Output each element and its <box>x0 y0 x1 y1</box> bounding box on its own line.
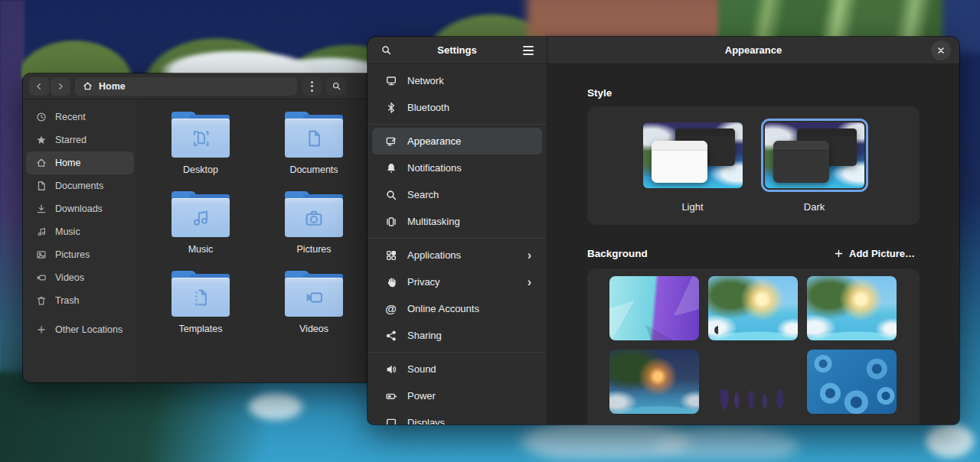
folder-templates[interactable]: Templates <box>144 271 257 350</box>
settings-item-label: Multitasking <box>407 216 460 227</box>
display-icon <box>384 417 397 425</box>
wallpaper-thumb-winter-dusk[interactable] <box>708 350 798 414</box>
settings-item-sound[interactable]: Sound <box>372 356 542 382</box>
settings-item-privacy[interactable]: Privacy › <box>372 268 542 295</box>
style-option-light[interactable]: Light <box>639 119 746 213</box>
hamburger-menu-icon <box>523 46 534 55</box>
settings-item-sharing[interactable]: Sharing <box>372 322 542 349</box>
at-symbol-icon: @ <box>384 302 397 315</box>
chevron-left-icon <box>34 82 44 91</box>
settings-item-label: Applications <box>407 249 461 261</box>
files-search-button[interactable] <box>326 77 346 96</box>
settings-item-search[interactable]: Search <box>372 181 542 208</box>
bell-icon <box>384 162 397 174</box>
settings-sidebar: Settings Network Bluetooth Appearance <box>368 37 547 425</box>
home-icon <box>83 81 93 91</box>
sidebar-item-label: Downloads <box>55 203 103 214</box>
wallpaper-thumb-blue-knots[interactable] <box>807 350 897 414</box>
wallpaper-thumb-geometric-blobs[interactable] <box>609 276 699 340</box>
settings-item-displays[interactable]: Displays <box>372 409 542 425</box>
document-icon <box>35 181 47 191</box>
back-button[interactable] <box>29 77 49 96</box>
background-card <box>587 268 920 425</box>
sidebar-item-trash[interactable]: Trash <box>26 289 134 312</box>
chevron-right-icon <box>56 82 65 91</box>
sidebar-item-other-locations[interactable]: Other Locations <box>26 318 134 341</box>
settings-window: Settings Network Bluetooth Appearance <box>368 37 959 425</box>
separator <box>368 238 547 239</box>
add-picture-label: Add Picture… <box>849 248 915 259</box>
sidebar-item-documents[interactable]: Documents <box>26 174 134 197</box>
home-icon <box>35 158 47 168</box>
settings-item-label: Network <box>407 75 444 86</box>
sidebar-item-label: Recent <box>55 112 86 122</box>
chevron-right-icon: › <box>528 276 531 288</box>
sidebar-item-home[interactable]: Home <box>26 151 134 174</box>
share-icon <box>384 330 397 342</box>
wallpaper-thumb-landscape-day[interactable] <box>807 276 897 340</box>
settings-menu-button[interactable] <box>518 41 539 60</box>
settings-item-bluetooth[interactable]: Bluetooth <box>372 94 542 121</box>
day-night-badge-icon <box>714 325 724 335</box>
folder-videos[interactable]: Videos <box>257 271 371 350</box>
settings-item-network[interactable]: Network <box>372 67 542 94</box>
folder-icon <box>285 191 343 237</box>
appearance-panel: Appearance Style <box>547 37 959 425</box>
settings-item-power[interactable]: Power <box>372 382 542 409</box>
settings-title: Settings <box>397 44 518 56</box>
settings-item-appearance[interactable]: Appearance <box>372 128 542 155</box>
plus-icon <box>35 324 47 335</box>
path-bar[interactable]: Home <box>75 77 297 96</box>
folder-label: Documents <box>289 164 338 175</box>
sidebar-item-label: Home <box>55 158 80 168</box>
folder-pictures[interactable]: Pictures <box>257 191 371 271</box>
wallpaper-dark-shore <box>0 372 263 462</box>
menu-button[interactable] <box>302 77 322 96</box>
music-glyph-icon <box>189 207 212 229</box>
style-option-label: Dark <box>804 201 825 213</box>
sidebar-item-label: Trash <box>55 295 80 306</box>
sidebar-item-downloads[interactable]: Downloads <box>26 197 134 220</box>
camera-glyph-icon <box>302 207 325 229</box>
settings-item-label: Bluetooth <box>407 102 449 113</box>
settings-item-applications[interactable]: Applications › <box>372 242 542 268</box>
files-sidebar: Recent Starred Home Documents Downloads <box>23 99 138 382</box>
folder-desktop[interactable]: Desktop <box>144 112 257 191</box>
background-heading: Background <box>587 248 648 259</box>
close-icon <box>936 46 946 55</box>
folder-label: Templates <box>179 324 223 334</box>
sidebar-item-pictures[interactable]: Pictures <box>26 243 134 266</box>
close-button[interactable] <box>931 41 951 60</box>
sidebar-item-recent[interactable]: Recent <box>26 106 134 129</box>
folder-icon <box>172 271 230 317</box>
settings-item-multitasking[interactable]: Multitasking <box>372 208 542 235</box>
settings-item-online-accounts[interactable]: @ Online Accounts <box>372 295 542 322</box>
settings-item-label: Notifications <box>407 162 462 174</box>
sidebar-item-starred[interactable]: Starred <box>26 129 134 151</box>
download-icon <box>35 203 47 214</box>
add-picture-button[interactable]: Add Picture… <box>829 245 920 262</box>
style-dark-frame-selected <box>761 119 868 192</box>
settings-item-label: Appearance <box>407 135 461 147</box>
folder-label: Desktop <box>183 164 218 175</box>
trash-icon <box>35 295 47 306</box>
folder-label: Pictures <box>296 244 331 255</box>
wallpaper-thumb-landscape-day[interactable] <box>708 276 798 340</box>
folder-documents[interactable]: Documents <box>257 112 371 191</box>
folder-music[interactable]: Music <box>144 191 257 271</box>
settings-item-label: Search <box>407 189 439 200</box>
forward-button[interactable] <box>51 77 70 96</box>
app-grid-icon <box>384 249 397 262</box>
star-icon <box>35 135 47 145</box>
files-content-grid: Desktop Documents <box>138 99 383 382</box>
settings-item-notifications[interactable]: Notifications <box>372 155 542 181</box>
mini-window-front-dark <box>773 141 829 183</box>
sidebar-item-videos[interactable]: Videos <box>26 266 134 289</box>
desktop-glyph-icon <box>189 127 212 150</box>
settings-search-button[interactable] <box>375 41 397 60</box>
style-option-dark[interactable]: Dark <box>761 119 868 213</box>
sidebar-item-music[interactable]: Music <box>26 220 134 243</box>
style-option-label: Light <box>681 201 703 213</box>
mini-window-front-light <box>652 141 707 183</box>
wallpaper-thumb-landscape-night[interactable] <box>609 350 699 414</box>
